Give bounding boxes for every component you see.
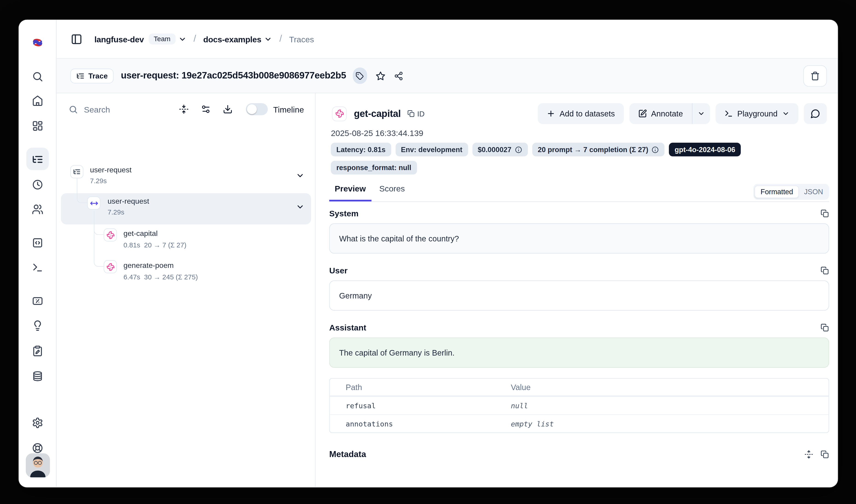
sidebar-item-tracing[interactable] — [32, 154, 43, 165]
download-icon[interactable] — [223, 104, 233, 114]
delete-trace-button[interactable] — [803, 65, 827, 87]
breadcrumb-project[interactable]: langfuse-dev — [94, 34, 144, 44]
copy-icon[interactable] — [820, 450, 829, 459]
search-input[interactable] — [84, 105, 143, 114]
copy-id-button[interactable]: ID — [407, 110, 425, 118]
comments-button[interactable] — [804, 103, 827, 124]
nav-rail — [19, 20, 57, 487]
expand-icon[interactable] — [804, 450, 813, 459]
panel-toggle-icon[interactable] — [71, 33, 83, 44]
detail-header: get-capital ID Add to datasets Annotate — [332, 103, 827, 125]
tree-connector — [77, 178, 87, 203]
trace-badge-label: Trace — [88, 72, 108, 80]
trace-tree-panel: Timeline user-request 7.29s — [57, 93, 316, 487]
system-label: System — [329, 209, 358, 218]
observation-detail-panel: get-capital ID Add to datasets Annotate — [316, 93, 838, 487]
breadcrumb-page[interactable]: Traces — [289, 34, 314, 44]
generation-icon — [332, 106, 347, 121]
user-section-header: User — [329, 266, 829, 275]
model-badge[interactable]: gpt-4o-2024-08-06 — [669, 143, 741, 157]
preview-content: System What is the capital of the countr… — [329, 202, 829, 487]
info-icon[interactable] — [652, 146, 659, 153]
sidebar-item-datasets[interactable] — [32, 371, 43, 382]
chevron-down-icon[interactable] — [296, 171, 304, 180]
metadata-section-header: Metadata — [329, 449, 829, 460]
chevron-down-icon[interactable] — [264, 35, 272, 43]
sidebar-item-sessions[interactable] — [32, 179, 43, 190]
sidebar-item-playground[interactable] — [32, 262, 43, 273]
bookmark-star-icon[interactable] — [375, 70, 386, 81]
table-row: refusal null — [330, 396, 828, 414]
sidebar-item-annotation[interactable] — [32, 345, 43, 357]
collapse-all-icon[interactable] — [179, 104, 189, 114]
trace-type-badge: Trace — [70, 68, 114, 83]
tab-preview[interactable]: Preview — [329, 184, 371, 201]
format-formatted-option[interactable]: Formatted — [754, 185, 799, 198]
response-format-badge: response_format: null — [331, 161, 417, 175]
system-message-box: What is the capital of the country? — [329, 223, 829, 254]
timeline-toggle-label: Timeline — [273, 105, 304, 114]
tags-button[interactable] — [353, 68, 367, 84]
sidebar-item-prompts[interactable] — [32, 237, 43, 249]
user-message-box: Germany — [329, 281, 829, 311]
user-avatar[interactable] — [26, 453, 50, 478]
format-toggle: Formatted JSON — [753, 184, 829, 200]
copy-icon[interactable] — [820, 266, 829, 274]
search-icon — [69, 105, 78, 114]
breadcrumb-separator: / — [279, 33, 282, 44]
tab-scores[interactable]: Scores — [374, 184, 410, 200]
output-fields-table: Path Value refusal null annotations empt… — [329, 378, 829, 433]
timeline-toggle[interactable] — [246, 103, 268, 115]
env-badge: Env: development — [395, 143, 468, 157]
sidebar-item-settings[interactable] — [32, 417, 43, 429]
badge-row: Latency: 0.81s Env: development $0.00002… — [331, 143, 829, 175]
view-settings-icon[interactable] — [201, 104, 211, 114]
annotate-button[interactable]: Annotate — [629, 103, 710, 124]
system-section-header: System — [329, 209, 829, 218]
breadcrumb-environment[interactable]: docs-examples — [203, 34, 261, 44]
detail-actions: Add to datasets Annotate Playground — [537, 103, 827, 124]
info-icon[interactable] — [515, 146, 522, 153]
trace-header-row: Trace user-request: 19e27ac025d543b008e9… — [57, 59, 838, 93]
path-column-header: Path — [345, 383, 511, 392]
tree-connector — [94, 211, 104, 235]
value-column-header: Value — [511, 383, 531, 392]
latency-badge: Latency: 0.81s — [331, 143, 391, 157]
observation-timestamp: 2025-08-25 16:33:44.139 — [331, 128, 423, 138]
metadata-label: Metadata — [329, 449, 366, 460]
observation-tree: user-request 7.29s user-request 7.29s — [57, 125, 315, 487]
assistant-message-box: The capital of Germany is Berlin. — [329, 338, 829, 368]
sidebar-item-scores[interactable] — [32, 295, 43, 307]
chevron-down-icon[interactable] — [178, 35, 186, 43]
table-header-row: Path Value — [330, 379, 828, 396]
sidebar-item-home[interactable] — [32, 95, 43, 107]
cost-badge: $0.000027 — [472, 143, 528, 157]
sidebar-item-evaluation[interactable] — [32, 320, 43, 331]
tree-toolbar: Timeline — [57, 93, 315, 121]
sidebar-item-users[interactable] — [32, 204, 43, 215]
playground-button[interactable]: Playground — [715, 103, 799, 124]
copy-icon[interactable] — [820, 209, 829, 217]
detail-tabs: Preview Scores Formatted JSON — [329, 184, 829, 202]
assistant-label: Assistant — [329, 323, 366, 332]
user-label: User — [329, 266, 348, 275]
format-json-option[interactable]: JSON — [799, 186, 828, 197]
tokens-badge: 20 prompt → 7 completion (Σ 27) — [532, 143, 665, 157]
breadcrumb-separator: / — [194, 33, 196, 44]
annotate-dropdown-chevron[interactable] — [692, 103, 710, 124]
sidebar-item-dashboard[interactable] — [32, 120, 43, 132]
assistant-section-header: Assistant — [329, 323, 829, 332]
topbar: langfuse-dev Team / docs-examples / Trac… — [57, 20, 838, 59]
app-window: langfuse-dev Team / docs-examples / Trac… — [19, 20, 838, 487]
sidebar-item-support[interactable] — [32, 442, 43, 454]
share-icon[interactable] — [394, 71, 403, 80]
trace-title: user-request: 19e27ac025d543b008e9086977… — [121, 70, 346, 81]
team-badge[interactable]: Team — [149, 33, 176, 44]
sidebar-item-search[interactable] — [32, 71, 43, 83]
screen: langfuse-dev Team / docs-examples / Trac… — [0, 0, 856, 504]
observation-title: get-capital — [354, 108, 400, 120]
add-to-datasets-button[interactable]: Add to datasets — [537, 103, 624, 124]
copy-icon[interactable] — [820, 323, 829, 331]
chevron-down-icon[interactable] — [296, 202, 304, 211]
langfuse-logo-icon — [32, 37, 43, 48]
